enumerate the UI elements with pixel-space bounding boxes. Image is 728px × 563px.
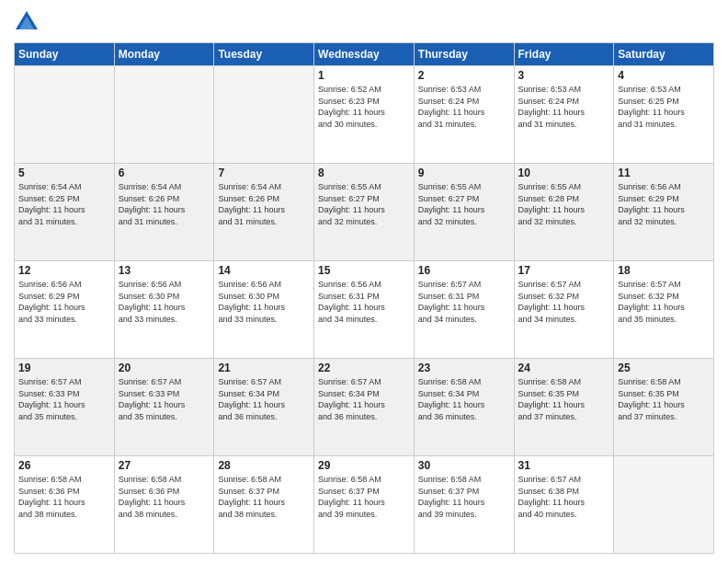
logo	[14, 9, 43, 35]
day-number: 25	[618, 362, 710, 374]
calendar-cell: 3Sunrise: 6:53 AM Sunset: 6:24 PM Daylig…	[514, 66, 614, 164]
day-number: 19	[18, 362, 110, 374]
calendar-cell: 15Sunrise: 6:56 AM Sunset: 6:31 PM Dayli…	[314, 261, 415, 359]
day-info: Sunrise: 6:56 AM Sunset: 6:30 PM Dayligh…	[218, 279, 310, 325]
calendar-header-wednesday: Wednesday	[314, 43, 415, 66]
day-info: Sunrise: 6:57 AM Sunset: 6:33 PM Dayligh…	[119, 376, 210, 422]
header	[14, 9, 714, 35]
day-info: Sunrise: 6:54 AM Sunset: 6:26 PM Dayligh…	[218, 181, 310, 227]
day-number: 11	[618, 167, 710, 179]
calendar-cell: 19Sunrise: 6:57 AM Sunset: 6:33 PM Dayli…	[15, 359, 115, 456]
calendar-cell: 22Sunrise: 6:57 AM Sunset: 6:34 PM Dayli…	[314, 359, 415, 456]
day-number: 28	[218, 459, 310, 472]
calendar-cell: 18Sunrise: 6:57 AM Sunset: 6:32 PM Dayli…	[614, 261, 714, 359]
calendar-header-tuesday: Tuesday	[214, 43, 314, 66]
calendar-week-3: 19Sunrise: 6:57 AM Sunset: 6:33 PM Dayli…	[15, 359, 714, 456]
day-info: Sunrise: 6:57 AM Sunset: 6:31 PM Dayligh…	[418, 279, 510, 325]
day-number: 5	[18, 167, 110, 179]
day-number: 18	[618, 264, 710, 277]
day-info: Sunrise: 6:55 AM Sunset: 6:27 PM Dayligh…	[418, 181, 510, 227]
day-number: 10	[518, 167, 610, 179]
calendar-cell: 28Sunrise: 6:58 AM Sunset: 6:37 PM Dayli…	[214, 456, 314, 554]
calendar-week-1: 5Sunrise: 6:54 AM Sunset: 6:25 PM Daylig…	[15, 164, 714, 261]
day-info: Sunrise: 6:53 AM Sunset: 6:24 PM Dayligh…	[518, 84, 610, 130]
calendar-cell: 9Sunrise: 6:55 AM Sunset: 6:27 PM Daylig…	[414, 164, 514, 261]
day-number: 16	[418, 264, 510, 277]
day-info: Sunrise: 6:57 AM Sunset: 6:34 PM Dayligh…	[318, 376, 410, 422]
day-number: 23	[418, 362, 510, 374]
day-number: 29	[318, 459, 410, 472]
day-number: 12	[18, 264, 110, 277]
calendar-header-sunday: Sunday	[15, 43, 115, 66]
calendar-cell: 16Sunrise: 6:57 AM Sunset: 6:31 PM Dayli…	[414, 261, 514, 359]
calendar-header-row: SundayMondayTuesdayWednesdayThursdayFrid…	[15, 43, 714, 66]
calendar-cell: 11Sunrise: 6:56 AM Sunset: 6:29 PM Dayli…	[614, 164, 714, 261]
calendar-week-4: 26Sunrise: 6:58 AM Sunset: 6:36 PM Dayli…	[15, 456, 714, 554]
day-number: 27	[119, 459, 210, 472]
day-info: Sunrise: 6:58 AM Sunset: 6:37 PM Dayligh…	[318, 474, 410, 520]
calendar-cell: 25Sunrise: 6:58 AM Sunset: 6:35 PM Dayli…	[614, 359, 714, 456]
calendar-cell: 24Sunrise: 6:58 AM Sunset: 6:35 PM Dayli…	[514, 359, 614, 456]
day-number: 26	[18, 459, 110, 472]
calendar-cell: 27Sunrise: 6:58 AM Sunset: 6:36 PM Dayli…	[114, 456, 214, 554]
calendar-cell: 23Sunrise: 6:58 AM Sunset: 6:34 PM Dayli…	[414, 359, 514, 456]
day-info: Sunrise: 6:58 AM Sunset: 6:35 PM Dayligh…	[518, 376, 610, 422]
day-number: 20	[119, 362, 210, 374]
day-number: 31	[518, 459, 610, 472]
day-info: Sunrise: 6:55 AM Sunset: 6:27 PM Dayligh…	[318, 181, 410, 227]
day-number: 2	[418, 69, 510, 82]
calendar-week-2: 12Sunrise: 6:56 AM Sunset: 6:29 PM Dayli…	[15, 261, 714, 359]
day-number: 13	[119, 264, 210, 277]
calendar-cell	[214, 66, 314, 164]
day-info: Sunrise: 6:53 AM Sunset: 6:25 PM Dayligh…	[618, 84, 710, 130]
day-number: 4	[618, 69, 710, 82]
day-number: 22	[318, 362, 410, 374]
day-info: Sunrise: 6:57 AM Sunset: 6:38 PM Dayligh…	[518, 474, 610, 520]
calendar-cell: 4Sunrise: 6:53 AM Sunset: 6:25 PM Daylig…	[614, 66, 714, 164]
calendar-header-saturday: Saturday	[614, 43, 714, 66]
calendar-week-0: 1Sunrise: 6:52 AM Sunset: 6:23 PM Daylig…	[15, 66, 714, 164]
day-number: 14	[218, 264, 310, 277]
day-info: Sunrise: 6:58 AM Sunset: 6:34 PM Dayligh…	[418, 376, 510, 422]
calendar-header-monday: Monday	[114, 43, 214, 66]
calendar-cell: 14Sunrise: 6:56 AM Sunset: 6:30 PM Dayli…	[214, 261, 314, 359]
day-info: Sunrise: 6:58 AM Sunset: 6:35 PM Dayligh…	[618, 376, 710, 422]
day-number: 3	[518, 69, 610, 82]
day-info: Sunrise: 6:58 AM Sunset: 6:36 PM Dayligh…	[119, 474, 210, 520]
calendar-cell	[114, 66, 214, 164]
day-number: 9	[418, 167, 510, 179]
day-info: Sunrise: 6:55 AM Sunset: 6:28 PM Dayligh…	[518, 181, 610, 227]
day-number: 7	[218, 167, 310, 179]
day-info: Sunrise: 6:57 AM Sunset: 6:32 PM Dayligh…	[618, 279, 710, 325]
day-info: Sunrise: 6:54 AM Sunset: 6:26 PM Dayligh…	[119, 181, 210, 227]
day-number: 24	[518, 362, 610, 374]
day-info: Sunrise: 6:58 AM Sunset: 6:37 PM Dayligh…	[218, 474, 310, 520]
calendar-cell: 17Sunrise: 6:57 AM Sunset: 6:32 PM Dayli…	[514, 261, 614, 359]
calendar-header-friday: Friday	[514, 43, 614, 66]
day-info: Sunrise: 6:56 AM Sunset: 6:29 PM Dayligh…	[618, 181, 710, 227]
calendar-cell: 7Sunrise: 6:54 AM Sunset: 6:26 PM Daylig…	[214, 164, 314, 261]
day-number: 21	[218, 362, 310, 374]
calendar-header-thursday: Thursday	[414, 43, 514, 66]
calendar-cell: 31Sunrise: 6:57 AM Sunset: 6:38 PM Dayli…	[514, 456, 614, 554]
calendar-cell	[614, 456, 714, 554]
day-info: Sunrise: 6:57 AM Sunset: 6:32 PM Dayligh…	[518, 279, 610, 325]
day-info: Sunrise: 6:57 AM Sunset: 6:34 PM Dayligh…	[218, 376, 310, 422]
calendar-cell: 20Sunrise: 6:57 AM Sunset: 6:33 PM Dayli…	[114, 359, 214, 456]
day-number: 6	[119, 167, 210, 179]
day-info: Sunrise: 6:52 AM Sunset: 6:23 PM Dayligh…	[318, 84, 410, 130]
calendar-cell: 1Sunrise: 6:52 AM Sunset: 6:23 PM Daylig…	[314, 66, 415, 164]
day-number: 30	[418, 459, 510, 472]
calendar-cell	[15, 66, 115, 164]
day-number: 8	[318, 167, 410, 179]
calendar-cell: 8Sunrise: 6:55 AM Sunset: 6:27 PM Daylig…	[314, 164, 415, 261]
calendar-cell: 26Sunrise: 6:58 AM Sunset: 6:36 PM Dayli…	[15, 456, 115, 554]
calendar-cell: 2Sunrise: 6:53 AM Sunset: 6:24 PM Daylig…	[414, 66, 514, 164]
calendar-cell: 5Sunrise: 6:54 AM Sunset: 6:25 PM Daylig…	[15, 164, 115, 261]
logo-icon	[14, 9, 40, 35]
calendar-cell: 30Sunrise: 6:58 AM Sunset: 6:37 PM Dayli…	[414, 456, 514, 554]
calendar-cell: 12Sunrise: 6:56 AM Sunset: 6:29 PM Dayli…	[15, 261, 115, 359]
page: SundayMondayTuesdayWednesdayThursdayFrid…	[0, 0, 728, 563]
day-number: 17	[518, 264, 610, 277]
day-info: Sunrise: 6:54 AM Sunset: 6:25 PM Dayligh…	[18, 181, 110, 227]
